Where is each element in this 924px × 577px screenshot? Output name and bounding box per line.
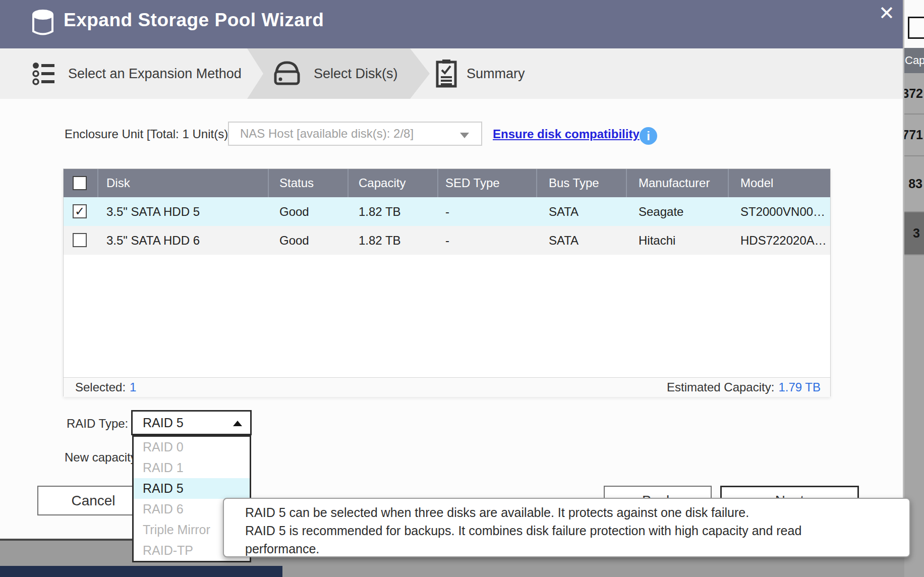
background-taskbar xyxy=(0,566,282,577)
raid-type-value: RAID 5 xyxy=(143,416,184,430)
disk-table-header: Disk Status Capacity SED Type Bus Type M… xyxy=(64,169,830,197)
cell-model: ST2000VN00… xyxy=(740,197,825,226)
column-header-status[interactable]: Status xyxy=(279,169,314,197)
cell-disk: 3.5" SATA HDD 6 xyxy=(106,226,200,255)
enclosure-unit-label: Enclosure Unit [Total: 1 Unit(s)]: xyxy=(65,127,235,141)
dialog-title: Expand Storage Pool Wizard xyxy=(64,0,324,40)
column-divider xyxy=(536,169,537,197)
cell-model: HDS722020A… xyxy=(740,226,827,255)
column-divider xyxy=(348,169,349,197)
cell-manufacturer: Hitachi xyxy=(639,226,675,255)
cell-manufacturer: Seagate xyxy=(639,197,683,226)
cell-sed-type: - xyxy=(445,226,449,255)
close-icon[interactable]: ✕ xyxy=(873,0,901,26)
raid-option-raid0: RAID 0 xyxy=(134,437,250,457)
info-icon[interactable]: i xyxy=(640,127,657,145)
cell-bus-type: SATA xyxy=(549,197,579,226)
column-header-capacity[interactable]: Capacity xyxy=(359,169,406,197)
selected-label: Selected: xyxy=(75,380,126,394)
background-button-partial xyxy=(908,17,924,39)
select-all-checkbox[interactable] xyxy=(73,176,87,190)
estimated-capacity-value: 1.79 TB xyxy=(778,380,821,394)
background-app-strip: Capa 372 771 83 3 xyxy=(904,0,924,577)
estimated-capacity-label: Estimated Capacity: xyxy=(667,380,774,394)
step-select-disks[interactable]: Select Disk(s) xyxy=(314,48,398,99)
cell-disk: 3.5" SATA HDD 5 xyxy=(106,197,200,226)
column-divider xyxy=(268,169,269,197)
screen: Capa 372 771 83 3 Expand Storage Pool Wi… xyxy=(0,0,924,577)
column-header-disk[interactable]: Disk xyxy=(106,169,130,197)
column-header-manufacturer[interactable]: Manufacturer xyxy=(639,169,710,197)
expansion-method-icon xyxy=(32,62,55,88)
tooltip-line: RAID 5 is recommended for backups. It co… xyxy=(245,522,909,540)
dialog-titlebar: Expand Storage Pool Wizard ✕ xyxy=(0,0,903,48)
cell-sed-type: - xyxy=(445,197,449,226)
column-header-bus-type[interactable]: Bus Type xyxy=(549,169,599,197)
disk-table: Disk Status Capacity SED Type Bus Type M… xyxy=(63,168,831,396)
summary-icon xyxy=(435,59,457,91)
step-summary[interactable]: Summary xyxy=(467,48,525,99)
disk-icon xyxy=(274,61,300,88)
column-divider xyxy=(437,169,438,197)
raid-type-dropdown[interactable]: RAID 5 xyxy=(131,410,252,435)
tooltip-line: RAID 5 can be selected when three disks … xyxy=(245,503,909,522)
disk-table-footer: Selected: 1 Estimated Capacity: 1.79 TB xyxy=(64,377,830,397)
cell-capacity: 1.82 TB xyxy=(359,197,401,226)
table-row[interactable]: 3.5" SATA HDD 6 Good 1.82 TB - SATA Hita… xyxy=(64,226,830,255)
table-row[interactable]: ✓ 3.5" SATA HDD 5 Good 1.82 TB - SATA Se… xyxy=(64,197,830,226)
row-checkbox-unchecked[interactable] xyxy=(73,233,87,247)
background-column-header-label: Capa xyxy=(905,54,924,67)
raid5-tooltip: RAID 5 can be selected when three disks … xyxy=(223,498,910,557)
chevron-up-icon xyxy=(233,421,242,426)
column-divider xyxy=(728,169,729,197)
raid-option-raid5[interactable]: RAID 5 xyxy=(134,478,250,499)
selected-count: 1 xyxy=(130,380,136,394)
column-divider xyxy=(97,169,98,197)
raid-option-raid1: RAID 1 xyxy=(134,457,250,478)
ensure-disk-compatibility-link[interactable]: Ensure disk compatibility xyxy=(493,127,640,141)
raid-type-label: RAID Type: xyxy=(67,417,128,431)
column-header-sed-type[interactable]: SED Type xyxy=(445,169,500,197)
cell-capacity: 1.82 TB xyxy=(359,226,401,255)
enclosure-unit-dropdown[interactable]: NAS Host [available disk(s): 2/8] xyxy=(228,122,482,146)
cell-status: Good xyxy=(279,197,309,226)
background-cell: 771 xyxy=(904,114,924,156)
tooltip-line: performance. xyxy=(245,540,909,558)
column-header-model[interactable]: Model xyxy=(740,169,773,197)
storage-pool-icon xyxy=(31,9,54,39)
step-select-expansion-method[interactable]: Select an Expansion Method xyxy=(68,48,242,99)
column-divider xyxy=(626,169,627,197)
chevron-down-icon xyxy=(460,133,469,138)
cell-bus-type: SATA xyxy=(549,226,579,255)
background-cell-selected: 3 xyxy=(904,212,924,255)
background-capacity-column-header: Capa xyxy=(904,48,924,73)
cell-status: Good xyxy=(279,226,309,255)
row-checkbox-checked[interactable]: ✓ xyxy=(73,204,87,218)
enclosure-unit-value: NAS Host [available disk(s): 2/8] xyxy=(240,127,414,141)
background-cell: 83 xyxy=(904,156,924,212)
new-capacity-label: New capacity xyxy=(65,450,137,465)
background-cell: 372 xyxy=(904,73,924,114)
